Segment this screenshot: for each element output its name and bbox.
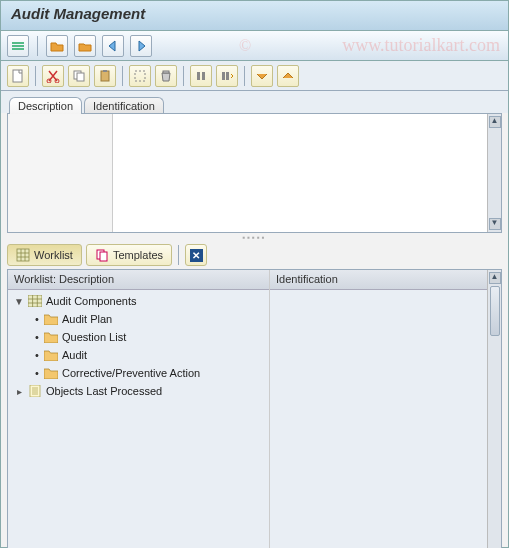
svg-rect-11 [163, 71, 169, 73]
tree-node-audit-components[interactable]: ▼ Audit Components [12, 292, 265, 310]
tree-label: Corrective/Preventive Action [62, 367, 200, 379]
cut-icon[interactable] [42, 65, 64, 87]
svg-rect-19 [28, 295, 42, 307]
folder-icon [44, 367, 58, 379]
tree-node-audit-plan[interactable]: • Audit Plan [12, 310, 265, 328]
edit-toolbar [1, 61, 508, 91]
svg-rect-12 [197, 72, 200, 80]
separator [122, 66, 123, 86]
upper-pane: ▲ ▼ [7, 113, 502, 233]
tree-label: Question List [62, 331, 126, 343]
open-icon[interactable] [46, 35, 68, 57]
tree-node-audit[interactable]: • Audit [12, 346, 265, 364]
svg-rect-18 [100, 252, 107, 261]
svg-rect-1 [12, 45, 24, 47]
tree-label: Audit Plan [62, 313, 112, 325]
grid-icon [16, 248, 30, 262]
tab-description[interactable]: Description [9, 97, 82, 114]
tree-label: Audit [62, 349, 87, 361]
tree-body: ▼ Audit Components • Audit Plan • Questi… [8, 290, 269, 402]
menu-button[interactable] [7, 35, 29, 57]
svg-rect-8 [101, 71, 109, 81]
tree-node-objects-last-processed[interactable]: ▸ Objects Last Processed [12, 382, 265, 400]
select-icon[interactable] [129, 65, 151, 87]
collapse-icon[interactable] [277, 65, 299, 87]
tree-label: Objects Last Processed [46, 385, 162, 397]
folder-icon [44, 313, 58, 325]
svg-rect-20 [30, 385, 40, 397]
delete-icon[interactable] [155, 65, 177, 87]
svg-rect-16 [17, 249, 29, 261]
scroll-up-icon[interactable]: ▲ [489, 116, 501, 128]
lower-pane: Worklist: Description ▼ Audit Components… [7, 269, 502, 548]
upper-scrollbar[interactable]: ▲ ▼ [487, 114, 501, 232]
upper-identification-column [112, 114, 487, 232]
forward-arrow-icon[interactable] [130, 35, 152, 57]
expand-toggle-icon[interactable]: ▼ [14, 296, 24, 307]
svg-rect-13 [202, 72, 205, 80]
separator [244, 66, 245, 86]
find-icon[interactable] [190, 65, 212, 87]
svg-rect-14 [222, 72, 225, 80]
bullet-icon: • [34, 313, 40, 325]
templates-label: Templates [113, 249, 163, 261]
title-bar: Audit Management [1, 1, 508, 31]
close-icon: ✕ [190, 249, 203, 262]
app-title: Audit Management [11, 5, 145, 22]
scroll-thumb[interactable] [490, 286, 500, 336]
bullet-icon: • [34, 331, 40, 343]
svg-rect-7 [77, 73, 84, 81]
folder-icon [44, 349, 58, 361]
view-selector-row: Worklist Templates ✕ [1, 241, 508, 269]
bullet-icon: • [34, 349, 40, 361]
identification-header: Identification [270, 270, 487, 290]
worklist-label: Worklist [34, 249, 73, 261]
worklist-button[interactable]: Worklist [7, 244, 82, 266]
bullet-icon: • [34, 367, 40, 379]
folder-icon[interactable] [74, 35, 96, 57]
tree-label: Audit Components [46, 295, 137, 307]
menu-toolbar [1, 31, 508, 61]
separator [35, 66, 36, 86]
upper-description-column [8, 114, 112, 232]
folder-icon [44, 331, 58, 343]
separator [178, 245, 179, 265]
tree-node-question-list[interactable]: • Question List [12, 328, 265, 346]
separator [183, 66, 184, 86]
close-button[interactable]: ✕ [185, 244, 207, 266]
horizontal-splitter[interactable]: ▪▪▪▪▪ [1, 233, 508, 241]
app-frame: Audit Management © www.tutorialkart.com … [0, 0, 509, 548]
identification-column: Identification [270, 270, 487, 548]
expand-toggle-icon[interactable]: ▸ [14, 386, 24, 397]
expand-icon[interactable] [251, 65, 273, 87]
svg-rect-0 [12, 42, 24, 44]
separator [37, 36, 38, 56]
scroll-down-icon[interactable]: ▼ [489, 218, 501, 230]
upper-tab-strip: Description Identification [1, 91, 508, 113]
templates-button[interactable]: Templates [86, 244, 172, 266]
svg-rect-15 [226, 72, 229, 80]
new-document-icon[interactable] [7, 65, 29, 87]
svg-rect-9 [103, 70, 107, 72]
find-next-icon[interactable] [216, 65, 238, 87]
svg-rect-2 [12, 48, 24, 50]
svg-rect-3 [13, 70, 22, 82]
document-icon [28, 385, 42, 397]
tree-header: Worklist: Description [8, 270, 269, 290]
grid-icon [28, 295, 42, 307]
back-arrow-icon[interactable] [102, 35, 124, 57]
templates-icon [95, 248, 109, 262]
lower-scrollbar[interactable]: ▲ [487, 270, 501, 548]
copy-icon[interactable] [68, 65, 90, 87]
tree-node-corrective-action[interactable]: • Corrective/Preventive Action [12, 364, 265, 382]
paste-icon[interactable] [94, 65, 116, 87]
tree-column: Worklist: Description ▼ Audit Components… [8, 270, 270, 548]
scroll-up-icon[interactable]: ▲ [489, 272, 501, 284]
svg-rect-10 [135, 71, 145, 81]
tab-identification[interactable]: Identification [84, 97, 164, 114]
